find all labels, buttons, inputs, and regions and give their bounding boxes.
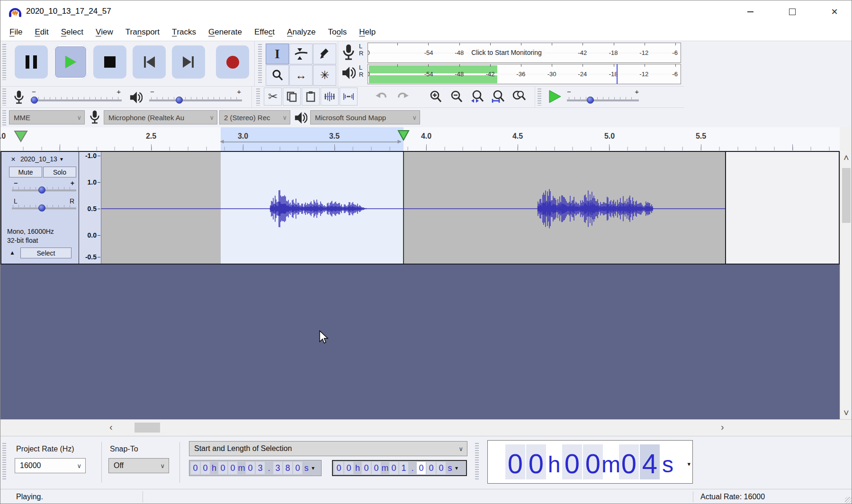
menu-item[interactable]: Tools — [322, 23, 353, 41]
scroll-up-icon[interactable]: ˄ — [843, 153, 849, 162]
menu-item[interactable]: Transport — [119, 23, 166, 41]
time-digit-cell[interactable]: h — [211, 462, 217, 474]
zoom-in-button[interactable] — [427, 88, 445, 106]
playhead-triangle[interactable] — [397, 130, 410, 141]
menu-item[interactable]: Effect — [248, 23, 281, 41]
horizontal-scroll-thumb[interactable] — [135, 423, 160, 433]
resize-grip[interactable] — [845, 497, 852, 504]
skip-to-end-button[interactable] — [172, 45, 205, 79]
time-digit-cell[interactable]: m — [604, 444, 618, 479]
field-caret-icon[interactable]: ▾ — [312, 465, 314, 471]
audio-position-display[interactable]: 00h00m04s▾ — [487, 440, 693, 484]
time-digit-cell[interactable]: h — [354, 462, 361, 474]
time-digit-cell[interactable]: 0 — [344, 462, 353, 474]
time-digit-cell[interactable]: 0 — [562, 444, 582, 479]
solo-button[interactable]: Solo — [43, 167, 76, 177]
mute-button[interactable]: Mute — [9, 167, 42, 177]
time-digit-cell[interactable]: 4 — [640, 444, 660, 479]
time-digit-cell[interactable]: 0 — [362, 462, 371, 474]
time-digit-cell[interactable]: 0 — [437, 462, 446, 474]
time-digit-cell[interactable]: 0 — [583, 444, 603, 479]
vertical-scrollbar[interactable]: ˄ ˅ — [840, 152, 852, 419]
time-digit-cell[interactable]: 0 — [526, 444, 546, 479]
scroll-down-icon[interactable]: ˅ — [843, 408, 849, 417]
time-digit-cell[interactable]: 0 — [201, 462, 210, 474]
menu-item[interactable]: Analyze — [281, 23, 322, 41]
time-digit-cell[interactable]: 1 — [399, 462, 408, 474]
time-toolbar-grip[interactable] — [475, 443, 479, 481]
menu-item[interactable]: Select — [55, 23, 90, 41]
recording-volume-thumb[interactable] — [31, 97, 38, 104]
mixer-toolbar-grip[interactable] — [2, 88, 6, 106]
edit-toolbar-grip[interactable] — [256, 88, 260, 106]
zoom-out-button[interactable] — [448, 88, 466, 106]
multi-tool-button[interactable]: ✳ — [313, 65, 336, 86]
track-waveform-area[interactable] — [101, 152, 725, 264]
recording-channels-select[interactable]: 2 (Stereo) Rec ∨ — [219, 110, 290, 124]
time-digit-cell[interactable]: 0 — [218, 462, 227, 474]
track-gain-slider[interactable]: − + — [12, 179, 76, 196]
maximize-button[interactable] — [781, 1, 803, 23]
menu-item[interactable]: Edit — [28, 23, 54, 41]
zoom-toggle-button[interactable] — [510, 88, 528, 106]
vertical-scroll-thumb[interactable] — [842, 168, 851, 223]
time-digit-cell[interactable]: 8 — [283, 462, 292, 474]
playback-volume-thumb[interactable] — [176, 97, 183, 104]
track-close-button[interactable]: × — [8, 155, 18, 164]
time-digit-cell[interactable]: 0 — [334, 462, 343, 474]
time-digit-cell[interactable]: s — [661, 444, 675, 479]
record-button[interactable] — [216, 45, 249, 79]
time-digit-cell[interactable]: 0 — [293, 462, 302, 474]
track-canvas-background[interactable] — [0, 265, 852, 419]
undo-button[interactable] — [373, 88, 391, 106]
time-digit-cell[interactable]: 3 — [273, 462, 282, 474]
time-digit-cell[interactable]: 0 — [228, 462, 237, 474]
time-digit-cell[interactable]: 0 — [372, 462, 381, 474]
monitoring-prompt[interactable]: Click to Start Monitoring — [468, 48, 545, 57]
audio-host-select[interactable]: MME ∨ — [9, 110, 85, 124]
silence-audio-button[interactable] — [340, 88, 358, 106]
minimize-button[interactable] — [739, 1, 761, 23]
horizontal-scrollbar[interactable]: ‹ › — [0, 419, 852, 436]
menu-item[interactable]: View — [90, 23, 119, 41]
project-rate-select[interactable]: 16000 ∨ — [15, 458, 86, 473]
time-digit-cell[interactable]: . — [266, 462, 272, 474]
menu-item[interactable]: File — [3, 23, 28, 41]
collapse-track-button[interactable]: ▲ — [6, 248, 18, 258]
playback-meter[interactable]: -54-48-42-36-30-24-18-12-60 — [368, 64, 681, 84]
time-digit-cell[interactable]: 0 — [191, 462, 200, 474]
field-caret-icon[interactable]: ▾ — [455, 465, 458, 471]
device-toolbar-grip[interactable] — [2, 110, 6, 125]
menu-item[interactable]: Generate — [202, 23, 248, 41]
zoom-tool-button[interactable] — [266, 65, 289, 86]
track-title-menu[interactable]: 2020_10_13 ▼ — [20, 155, 64, 163]
paste-button[interactable] — [302, 88, 320, 106]
scroll-left-icon[interactable]: ‹ — [109, 422, 113, 432]
recording-meter[interactable]: -54-48-42-18-12-60 Click to Start Monito… — [368, 43, 681, 63]
trim-audio-button[interactable] — [321, 88, 339, 106]
draw-tool-button[interactable] — [313, 44, 336, 64]
time-digit-cell[interactable]: 0 — [417, 462, 426, 474]
time-shift-tool-button[interactable]: ↔ — [289, 65, 313, 86]
track-empty-area[interactable] — [726, 152, 839, 264]
selection-length-time-field[interactable]: 00h00m01.000s▾ — [332, 460, 467, 476]
pause-button[interactable] — [15, 45, 48, 79]
menu-item[interactable]: Help — [353, 23, 382, 41]
track-select-button[interactable]: Select — [20, 248, 72, 258]
time-digit-cell[interactable]: 0 — [619, 444, 639, 479]
time-digit-cell[interactable]: 0 — [246, 462, 255, 474]
time-digit-cell[interactable]: s — [447, 462, 453, 474]
playback-volume-slider[interactable]: − + — [148, 88, 243, 106]
recording-device-select[interactable]: Microphone (Realtek Au ∨ — [104, 110, 217, 124]
play-at-speed-button[interactable] — [544, 87, 565, 106]
copy-button[interactable] — [283, 88, 301, 106]
snap-to-select[interactable]: Off ∨ — [108, 458, 169, 473]
pinned-play-head-button[interactable] — [14, 130, 28, 142]
envelope-tool-button[interactable] — [289, 44, 313, 64]
cut-button[interactable]: ✂ — [264, 88, 282, 106]
menu-item[interactable]: Tracks — [166, 23, 202, 41]
time-digit-cell[interactable]: m — [382, 462, 388, 474]
playback-device-select[interactable]: Microsoft Sound Mapp ∨ — [310, 110, 420, 124]
selection-start-time-field[interactable]: 00h00m03.380s▾ — [189, 460, 322, 476]
fit-project-button[interactable] — [489, 88, 507, 106]
